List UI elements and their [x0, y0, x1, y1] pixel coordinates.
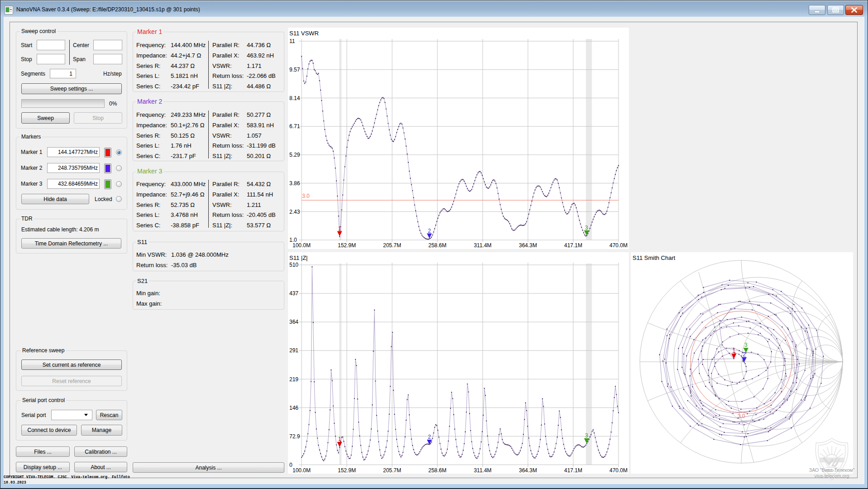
svg-text:364: 364 [289, 319, 298, 325]
svg-text:417.1M: 417.1M [564, 467, 582, 474]
svg-text:417.1M: 417.1M [564, 242, 582, 249]
svg-text:152.9M: 152.9M [338, 242, 356, 249]
svg-text:1: 1 [732, 348, 735, 354]
svg-text:3.0: 3.0 [302, 193, 310, 199]
svg-text:205.7M: 205.7M [383, 467, 401, 474]
svg-text:205.7M: 205.7M [383, 242, 401, 249]
svg-text:3.86: 3.86 [289, 180, 300, 187]
svg-text:311.4M: 311.4M [474, 242, 491, 249]
svg-text:470.0M: 470.0M [609, 467, 628, 474]
svg-text:5.29: 5.29 [289, 152, 300, 158]
svg-text:437: 437 [289, 290, 298, 297]
svg-text:S11 |Z|: S11 |Z| [289, 254, 307, 261]
svg-text:510: 510 [289, 262, 298, 268]
svg-text:100.0M: 100.0M [293, 467, 311, 474]
svg-text:2: 2 [428, 228, 431, 234]
svg-text:1: 1 [338, 436, 341, 442]
svg-text:11: 11 [289, 38, 295, 44]
svg-text:1: 1 [338, 225, 341, 232]
svg-text:152.9M: 152.9M [338, 467, 356, 474]
svg-text:100.0M: 100.0M [293, 242, 311, 249]
svg-text:470.0M: 470.0M [609, 242, 628, 249]
svg-text:S11 VSWR: S11 VSWR [289, 30, 319, 37]
svg-text:258.6M: 258.6M [428, 242, 446, 249]
svg-text:3: 3 [744, 342, 748, 348]
svg-text:146: 146 [289, 405, 298, 411]
svg-text:311.4M: 311.4M [474, 467, 491, 474]
svg-text:3: 3 [585, 225, 588, 231]
svg-text:364.3M: 364.3M [519, 467, 537, 474]
svg-text:258.6M: 258.6M [428, 467, 446, 474]
svg-text:3: 3 [585, 432, 588, 439]
svg-text:2.43: 2.43 [289, 209, 300, 215]
svg-text:291: 291 [289, 347, 298, 354]
svg-text:S11 Smith Chart: S11 Smith Chart [633, 254, 676, 261]
svg-text:364.3M: 364.3M [519, 242, 537, 249]
svg-text:2: 2 [743, 351, 746, 358]
svg-text:219: 219 [289, 376, 298, 383]
svg-text:8.14: 8.14 [289, 95, 300, 101]
svg-text:6.71: 6.71 [289, 123, 300, 129]
svg-text:72.9: 72.9 [289, 433, 300, 440]
svg-text:0: 0 [289, 462, 293, 468]
svg-text:9.57: 9.57 [289, 67, 300, 73]
svg-text:2: 2 [428, 434, 431, 440]
